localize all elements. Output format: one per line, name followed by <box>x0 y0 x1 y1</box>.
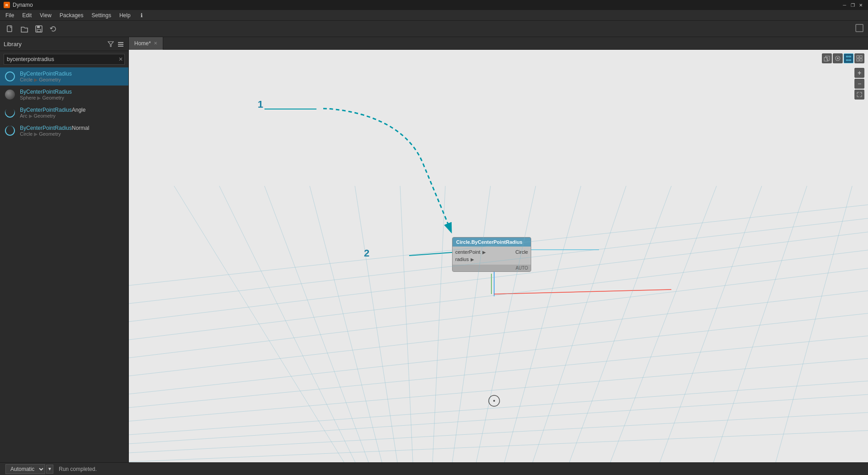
svg-rect-3 <box>37 29 41 32</box>
lib-item-method-3: ByCenterPointRadius <box>20 107 72 113</box>
menu-help[interactable]: Help <box>116 11 134 19</box>
svg-rect-56 <box>860 56 862 58</box>
grid-3d <box>129 186 868 462</box>
lib-item-category-2: Geometry <box>42 95 64 100</box>
menu-view[interactable]: View <box>36 11 55 19</box>
tab-home[interactable]: Home* ✕ <box>129 37 163 50</box>
toolbar-right-icon <box>854 23 864 34</box>
arrow-icon-4: ▶ <box>34 131 38 137</box>
lib-item-sub-3: Arc ▶ Geometry <box>20 113 85 119</box>
view-controls: + − <box>822 53 864 100</box>
lib-item-name-4: ByCenterPointRadiusNormal <box>20 125 89 131</box>
search-clear-button[interactable]: ✕ <box>118 56 123 62</box>
svg-rect-53 <box>849 56 851 57</box>
lib-item-sub-2: Sphere ▶ Geometry <box>20 95 72 101</box>
status-text: Run completed. <box>59 466 97 472</box>
library-item-circle-bycenterpointradius[interactable]: ByCenterPointRadius Circle ▶ Geometry <box>0 67 128 86</box>
lib-item-sub-4: Circle ▶ Geometry <box>20 131 89 137</box>
main: Library ✕ ByCente <box>0 37 868 462</box>
restore-button[interactable]: ❐ <box>849 1 856 9</box>
zoom-out-button[interactable]: − <box>854 79 864 89</box>
titlebar: R Dynamo ─ ❐ ✕ <box>0 0 868 10</box>
toolbar <box>0 21 868 37</box>
menubar: File Edit View Packages Settings Help ℹ <box>0 10 868 21</box>
svg-rect-8 <box>118 46 123 47</box>
label-1: 1 <box>258 99 263 110</box>
svg-line-20 <box>129 267 868 358</box>
circle-normal-icon <box>4 124 16 137</box>
open-button[interactable] <box>18 23 31 35</box>
run-dropdown-button[interactable]: ▼ <box>46 465 53 474</box>
svg-rect-4 <box>856 24 863 32</box>
menu-settings[interactable]: Settings <box>88 11 115 19</box>
run-mode-select[interactable]: Automatic Manual <box>5 464 45 474</box>
lib-item-suffix-3: Angle <box>72 107 86 113</box>
library-items: ByCenterPointRadius Circle ▶ Geometry B <box>0 67 128 462</box>
lib-item-text-2: ByCenterPointRadius Sphere ▶ Geometry <box>20 89 72 101</box>
svg-line-26 <box>129 394 868 444</box>
titlebar-controls[interactable]: ─ ❐ ✕ <box>841 1 864 9</box>
menu-edit[interactable]: Edit <box>19 11 35 19</box>
fit-view-button[interactable] <box>844 53 854 63</box>
svg-line-19 <box>129 249 868 340</box>
library-item-sphere-bycenterpointradius[interactable]: ByCenterPointRadius Sphere ▶ Geometry <box>0 86 128 104</box>
filter-icon[interactable] <box>107 40 115 48</box>
lib-item-suffix-4: Normal <box>72 125 90 131</box>
undo-button[interactable] <box>47 23 60 35</box>
lib-item-method: ByCenterPointRadius <box>20 71 72 77</box>
tab-close-icon[interactable]: ✕ <box>154 41 157 46</box>
lib-item-parent-sphere: Sphere <box>20 95 36 100</box>
svg-line-23 <box>129 335 868 408</box>
svg-rect-54 <box>849 60 851 61</box>
svg-line-42 <box>653 186 762 462</box>
library-item-circle-bycenterpointradiusnormal[interactable]: ByCenterPointRadiusNormal Circle ▶ Geome… <box>0 122 128 140</box>
zoom-in-button[interactable]: + <box>854 68 864 78</box>
sphere-icon <box>4 88 16 101</box>
sidebar: Library ✕ ByCente <box>0 37 129 462</box>
search-container: ✕ <box>0 51 128 67</box>
info-icon[interactable]: ℹ <box>137 11 146 19</box>
svg-line-22 <box>129 313 868 394</box>
list-view-icon[interactable] <box>117 40 125 48</box>
svg-rect-58 <box>860 59 862 61</box>
grid-view-button[interactable] <box>854 53 864 63</box>
lib-item-name-2: ByCenterPointRadius <box>20 89 72 95</box>
lib-item-name-3: ByCenterPointRadiusAngle <box>20 107 85 113</box>
lib-item-category-4: Geometry <box>39 131 61 137</box>
sidebar-header: Library <box>0 37 128 51</box>
menu-packages[interactable]: Packages <box>56 11 87 19</box>
svg-rect-52 <box>846 60 848 61</box>
svg-rect-51 <box>846 56 848 57</box>
svg-line-32 <box>310 186 387 462</box>
run-mode: Automatic Manual ▼ <box>5 464 53 474</box>
svg-rect-0 <box>7 26 12 32</box>
arc-icon <box>4 106 16 119</box>
tab-bar: Home* ✕ <box>129 37 868 50</box>
titlebar-left: R Dynamo <box>4 2 33 8</box>
svg-rect-2 <box>37 26 40 28</box>
sidebar-title: Library <box>4 41 22 48</box>
new-button[interactable] <box>4 23 16 35</box>
arrow-icon-3: ▶ <box>29 113 33 119</box>
zoom-fit-button[interactable] <box>854 90 864 100</box>
svg-line-27 <box>129 412 868 453</box>
library-item-arc-bycenterpointradius[interactable]: ByCenterPointRadiusAngle Arc ▶ Geometry <box>0 104 128 122</box>
circle-icon <box>4 70 16 83</box>
canvas[interactable]: 1 2 Circle.ByCenterPointRadius centerPoi… <box>129 50 868 462</box>
dynamo-logo: R <box>4 2 10 8</box>
lib-item-parent-circle: Circle <box>20 77 33 82</box>
menu-file[interactable]: File <box>2 11 18 19</box>
minimize-button[interactable]: ─ <box>841 1 848 9</box>
save-button[interactable] <box>33 23 45 35</box>
camera-view-button[interactable] <box>833 53 843 63</box>
view-zoom-col: + − <box>854 68 864 100</box>
lib-item-text: ByCenterPointRadius Circle ▶ Geometry <box>20 71 72 83</box>
svg-marker-5 <box>108 42 113 47</box>
lib-item-parent-arc: Arc <box>20 113 28 119</box>
close-button[interactable]: ✕ <box>857 1 864 9</box>
svg-line-18 <box>129 231 868 322</box>
3d-view-button[interactable] <box>822 53 832 63</box>
search-input[interactable] <box>4 54 125 65</box>
svg-rect-57 <box>857 59 859 61</box>
lib-item-category-3: Geometry <box>34 113 56 119</box>
